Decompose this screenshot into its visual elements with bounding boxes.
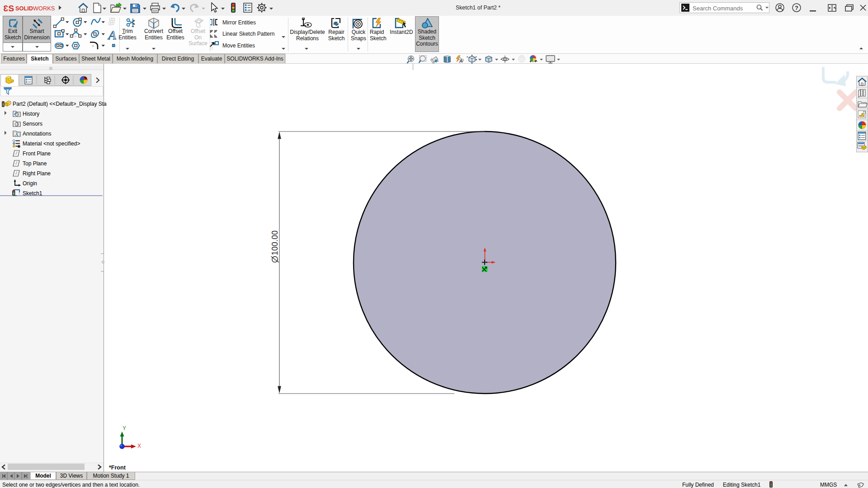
svg-text:X: X (137, 443, 141, 449)
svg-text:S: S (9, 4, 14, 13)
svg-text:100.00: 100.00 (270, 230, 279, 255)
svg-text:SOLID: SOLID (15, 5, 33, 12)
svg-text:A: A (459, 58, 462, 64)
svg-text:A: A (15, 132, 19, 137)
svg-text:3: 3 (3, 4, 8, 13)
svg-text:?: ? (795, 5, 798, 11)
svg-text:Y: Y (123, 425, 126, 432)
svg-text:WORKS: WORKS (33, 5, 55, 12)
svg-text:*Front: *Front (109, 465, 126, 471)
